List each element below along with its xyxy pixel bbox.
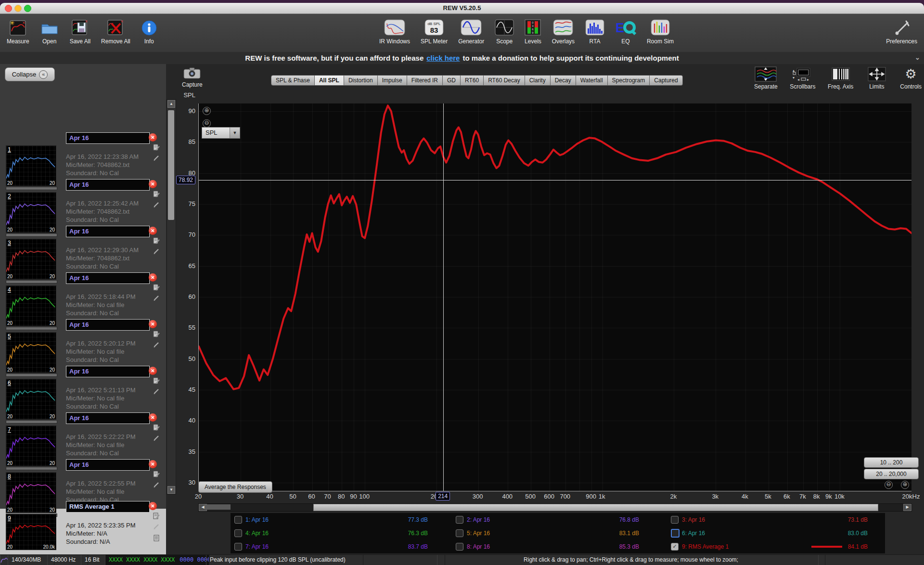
tab-rt60[interactable]: RT60 xyxy=(461,75,484,86)
sheet-icon[interactable] xyxy=(153,535,160,543)
levels-button[interactable]: 0369Levels xyxy=(525,18,541,45)
trace-adjust-icon[interactable] xyxy=(153,295,160,303)
collapse-sidebar-button[interactable]: Collapse « xyxy=(5,67,55,81)
donation-link[interactable]: click here xyxy=(426,54,460,62)
tab-all-spl[interactable]: All SPL xyxy=(315,75,344,86)
delete-measurement-icon[interactable]: ✕ xyxy=(149,180,157,188)
delete-measurement-icon[interactable]: ✕ xyxy=(149,227,157,235)
trace-adjust-icon[interactable] xyxy=(153,523,160,532)
tab-spl-phase[interactable]: SPL & Phase xyxy=(271,75,315,86)
tab-distortion[interactable]: Distortion xyxy=(344,75,378,86)
preferences-button[interactable]: Preferences xyxy=(886,18,917,45)
measurement-name-field[interactable]: Apr 16 xyxy=(66,459,150,471)
delete-measurement-icon[interactable]: ✕ xyxy=(149,320,157,328)
limits-button[interactable]: Limits xyxy=(866,66,888,90)
freq-axis-button[interactable]: Freq. Axis xyxy=(828,66,853,90)
generator-button[interactable]: Generator xyxy=(458,18,484,45)
delete-measurement-icon[interactable]: ✕ xyxy=(149,502,157,510)
scope-button[interactable]: Scope xyxy=(495,18,514,45)
notes-icon[interactable] xyxy=(153,237,160,246)
measurement-item-3[interactable]: Apr 16✕32020Apr 16, 2022 12:29:30 AMMic/… xyxy=(0,224,166,270)
measure-button[interactable]: ✳✕Measure xyxy=(7,18,29,45)
notes-icon[interactable] xyxy=(153,471,160,479)
trace-adjust-icon[interactable] xyxy=(153,341,160,350)
delete-measurement-icon[interactable]: ✕ xyxy=(149,367,157,375)
measurement-item-6[interactable]: Apr 16✕62020Apr 16, 2022 5:21:13 PMMic/M… xyxy=(0,364,166,411)
tab-gd[interactable]: GD xyxy=(443,75,461,86)
measurement-name-field[interactable]: Apr 16 xyxy=(66,179,150,191)
measurement-name-field[interactable]: Apr 16 xyxy=(66,412,150,424)
remove-all-button[interactable]: ✕Remove All xyxy=(101,18,130,45)
horizontal-scrollbar[interactable]: ◀ ▶ xyxy=(198,503,912,512)
notes-icon[interactable] xyxy=(153,284,160,293)
trace-adjust-icon[interactable] xyxy=(153,248,160,257)
scrollbars-button[interactable]: ▴▾◂▸Scrollbars xyxy=(790,66,815,90)
spl-plot-area[interactable]: ⊕ ⊖ SPL ▼ xyxy=(198,103,911,491)
notes-icon[interactable] xyxy=(153,144,160,153)
chevron-down-icon[interactable]: ⌄ xyxy=(915,52,920,63)
measurement-item-2[interactable]: Apr 16✕22020Apr 16, 2022 12:25:42 AMMic/… xyxy=(0,177,166,224)
capture-button[interactable]: Capture xyxy=(182,67,203,88)
trace-adjust-icon[interactable] xyxy=(153,201,160,210)
freq-range-button[interactable]: 20 .. 20,000 xyxy=(864,469,919,479)
legend-checkbox[interactable] xyxy=(234,529,242,537)
tab-rt60-decay[interactable]: RT60 Decay xyxy=(484,75,525,86)
measurement-thumbnail[interactable]: 92020.0k xyxy=(6,514,56,550)
zoom-out-x-icon[interactable]: ⊖ xyxy=(885,481,893,489)
ir-windows-button[interactable]: IR Windows xyxy=(379,18,410,45)
tab-impulse[interactable]: Impulse xyxy=(378,75,407,86)
delete-measurement-icon[interactable]: ✕ xyxy=(149,133,157,141)
spl-axis-selector[interactable]: SPL ▼ xyxy=(202,127,240,139)
measurement-name-field[interactable]: Apr 16 xyxy=(66,226,150,237)
notes-icon[interactable] xyxy=(153,424,160,433)
overlays-button[interactable]: Overlays xyxy=(552,18,575,45)
separate-button[interactable]: Separate xyxy=(754,66,778,90)
horizontal-scroll-thumb[interactable] xyxy=(313,504,878,511)
save-all-button[interactable]: ✕Save All xyxy=(70,18,90,45)
eq-button[interactable]: EEQ xyxy=(615,18,636,45)
legend-checkbox[interactable] xyxy=(234,543,242,551)
dropdown-arrow-icon[interactable]: ▼ xyxy=(230,127,240,139)
trace-adjust-icon[interactable] xyxy=(153,388,160,397)
average-responses-button[interactable]: Average the Responses xyxy=(198,481,272,493)
measurement-item-1[interactable]: Apr 16✕12020Apr 16, 2022 12:23:38 AMMic/… xyxy=(0,130,166,177)
zoom-out-icon[interactable]: ⊖ xyxy=(203,119,211,128)
measurement-item-5[interactable]: Apr 16✕52020Apr 16, 2022 5:20:12 PMMic/M… xyxy=(0,317,166,364)
room-sim-button[interactable]: Room Sim xyxy=(647,18,674,45)
legend-checkbox[interactable] xyxy=(671,516,679,524)
measurement-name-field[interactable]: RMS Average 1 xyxy=(66,501,150,513)
legend-checkbox[interactable] xyxy=(456,543,463,551)
tab-decay[interactable]: Decay xyxy=(551,75,576,86)
tab-waterfall[interactable]: Waterfall xyxy=(576,75,608,86)
measurement-name-field[interactable]: Apr 16 xyxy=(66,132,150,144)
legend-checkbox[interactable] xyxy=(456,529,463,537)
delete-measurement-icon[interactable]: ✕ xyxy=(149,413,157,422)
measurement-name-field[interactable]: Apr 16 xyxy=(66,272,150,284)
notes-icon[interactable] xyxy=(153,513,160,521)
notes-icon[interactable] xyxy=(153,331,160,339)
legend-checkbox[interactable]: ✓ xyxy=(671,543,679,551)
tab-spectrogram[interactable]: Spectrogram xyxy=(608,75,650,86)
controls-button[interactable]: ⚙Controls xyxy=(900,66,922,90)
notes-icon[interactable] xyxy=(153,191,160,199)
delete-measurement-icon[interactable]: ✕ xyxy=(149,273,157,282)
tab-clarity[interactable]: Clarity xyxy=(525,75,551,86)
tab-filtered-ir[interactable]: Filtered IR xyxy=(407,75,443,86)
tab-captured[interactable]: Captured xyxy=(650,75,682,86)
zoom-in-x-icon[interactable]: ⊕ xyxy=(901,481,909,489)
measurement-name-field[interactable]: Apr 16 xyxy=(66,366,150,377)
rta-button[interactable]: RTA xyxy=(585,18,604,45)
spl-meter-button[interactable]: dB SPL83SPL Meter xyxy=(421,18,448,45)
spl-range-button[interactable]: 10 .. 200 xyxy=(864,457,919,468)
info-button[interactable]: Info xyxy=(141,18,157,45)
scroll-down-icon[interactable]: ▼ xyxy=(167,486,175,494)
legend-checkbox[interactable] xyxy=(671,529,680,538)
delete-measurement-icon[interactable]: ✕ xyxy=(149,460,157,468)
legend-checkbox[interactable] xyxy=(456,516,463,524)
zoom-in-icon[interactable]: ⊕ xyxy=(203,107,211,115)
legend-checkbox[interactable] xyxy=(234,516,242,524)
measurement-name-field[interactable]: Apr 16 xyxy=(66,319,150,331)
measurement-item-8[interactable]: Apr 16✕82020Apr 16, 2022 5:22:55 PMMic/M… xyxy=(0,457,166,504)
measurement-item-7[interactable]: Apr 16✕72020Apr 16, 2022 5:22:22 PMMic/M… xyxy=(0,411,166,457)
scroll-up-icon[interactable]: ▲ xyxy=(167,100,175,108)
